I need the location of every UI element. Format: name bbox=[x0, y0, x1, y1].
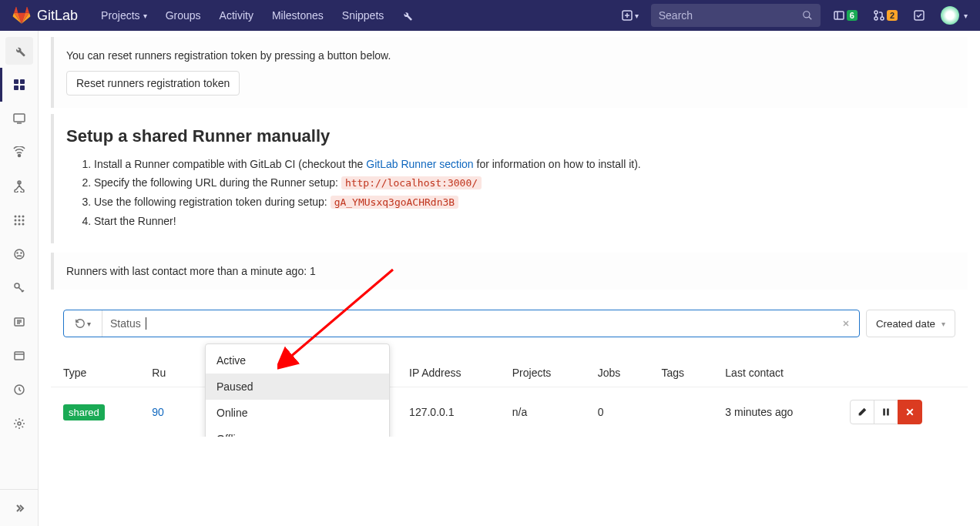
runners-table: Type Ru rsion IP Address Projects Jobs T… bbox=[51, 359, 968, 437]
filter-token-status: Status bbox=[110, 317, 141, 330]
col-last-contact: Last contact bbox=[713, 359, 837, 387]
runner-row: shared 90 .5.0 127.0.0.1 n/a 0 3 minutes… bbox=[51, 387, 968, 437]
remove-runner-button[interactable] bbox=[898, 400, 922, 424]
svg-point-21 bbox=[18, 219, 20, 222]
pause-runner-button[interactable] bbox=[874, 400, 898, 424]
svg-point-26 bbox=[15, 250, 24, 259]
search-icon bbox=[802, 10, 813, 21]
filter-history-button[interactable]: ▾ bbox=[64, 310, 102, 337]
svg-rect-10 bbox=[20, 79, 25, 84]
svg-rect-12 bbox=[20, 85, 25, 90]
sidebar-spam[interactable] bbox=[0, 373, 38, 407]
setup-runner-section: Setup a shared Runner manually Install a… bbox=[51, 114, 968, 243]
dropdown-option-active[interactable]: Active bbox=[206, 347, 389, 374]
svg-point-22 bbox=[22, 219, 24, 222]
text-cursor bbox=[146, 317, 146, 330]
reset-token-section: You can reset runners registration token… bbox=[51, 37, 968, 108]
top-navbar: GitLab Projects▾ Groups Activity Milesto… bbox=[0, 0, 980, 31]
registration-token-code: gA_YMUsxq3goACHRdn3B bbox=[331, 196, 459, 209]
col-ip: IP Address bbox=[397, 359, 500, 387]
svg-point-7 bbox=[881, 17, 884, 20]
runner-ip: 127.0.0.1 bbox=[397, 387, 500, 437]
svg-point-20 bbox=[14, 219, 16, 222]
svg-point-23 bbox=[14, 223, 16, 226]
sidebar-applications[interactable] bbox=[0, 203, 38, 237]
svg-rect-11 bbox=[14, 85, 18, 90]
nav-snippets[interactable]: Snippets bbox=[334, 2, 391, 29]
reset-token-button[interactable]: Reset runners registration token bbox=[66, 71, 240, 95]
svg-point-19 bbox=[22, 216, 24, 218]
svg-rect-34 bbox=[15, 352, 24, 360]
svg-point-18 bbox=[18, 216, 20, 218]
setup-step-1: Install a Runner compatible with GitLab … bbox=[94, 156, 955, 173]
sidebar-appearance[interactable] bbox=[0, 339, 38, 373]
setup-step-2: Specify the following URL during the Run… bbox=[94, 174, 955, 192]
runner-type-badge: shared bbox=[63, 404, 105, 420]
svg-line-2 bbox=[809, 17, 812, 20]
runner-projects: n/a bbox=[500, 387, 586, 437]
svg-point-17 bbox=[14, 216, 16, 218]
sidebar-overview[interactable] bbox=[0, 68, 38, 102]
filter-bar[interactable]: ▾ Status bbox=[63, 310, 860, 337]
stale-runners-banner: Runners with last contact more than a mi… bbox=[51, 253, 968, 290]
svg-point-28 bbox=[21, 253, 22, 253]
filter-input-area[interactable]: Status bbox=[102, 310, 833, 337]
svg-rect-37 bbox=[883, 409, 885, 416]
gitlab-logo bbox=[12, 6, 31, 25]
issues-count-badge: 6 bbox=[847, 10, 858, 21]
filter-clear-button[interactable] bbox=[833, 310, 859, 337]
setup-step-4: Start the Runner! bbox=[94, 213, 955, 229]
sidebar-labels[interactable] bbox=[0, 305, 38, 339]
dropdown-option-paused[interactable]: Paused bbox=[206, 374, 389, 400]
new-dropdown[interactable]: ▾ bbox=[615, 5, 645, 26]
dropdown-option-offline[interactable]: Offline bbox=[206, 426, 389, 437]
brand-name: GitLab bbox=[37, 8, 78, 24]
svg-rect-38 bbox=[887, 409, 889, 416]
reset-token-text: You can reset runners registration token… bbox=[66, 49, 955, 62]
runner-tags bbox=[649, 387, 713, 437]
col-tags: Tags bbox=[649, 359, 713, 387]
sidebar-deploy-keys[interactable] bbox=[0, 271, 38, 305]
global-search[interactable] bbox=[651, 4, 821, 27]
admin-wrench-icon[interactable] bbox=[391, 9, 422, 22]
mr-shortcut[interactable]: 2 bbox=[867, 5, 904, 26]
issues-shortcut[interactable]: 6 bbox=[827, 5, 864, 26]
nav-activity[interactable]: Activity bbox=[212, 2, 261, 29]
runner-actions bbox=[850, 400, 955, 424]
user-menu-chevron[interactable]: ▾ bbox=[964, 12, 968, 20]
nav-projects[interactable]: Projects▾ bbox=[93, 2, 155, 29]
sidebar-messages[interactable] bbox=[0, 136, 38, 169]
svg-point-5 bbox=[874, 11, 878, 14]
svg-rect-9 bbox=[14, 79, 18, 84]
nav-groups[interactable]: Groups bbox=[158, 2, 209, 29]
svg-rect-3 bbox=[834, 12, 844, 19]
runner-token-link[interactable]: 90 bbox=[152, 406, 164, 418]
runner-last-contact: 3 minutes ago bbox=[713, 387, 837, 437]
mr-count-badge: 2 bbox=[887, 10, 898, 21]
edit-runner-button[interactable] bbox=[850, 400, 874, 424]
user-avatar[interactable] bbox=[941, 6, 959, 25]
admin-sidebar bbox=[0, 31, 39, 437]
runner-section-link[interactable]: GitLab Runner section bbox=[366, 158, 473, 170]
setup-step-3: Use the following registration token dur… bbox=[94, 193, 955, 211]
runner-url-code: http://localhost:3000/ bbox=[341, 176, 482, 189]
todos-shortcut[interactable] bbox=[907, 5, 931, 26]
setup-title: Setup a shared Runner manually bbox=[66, 126, 955, 146]
sidebar-monitoring[interactable] bbox=[0, 102, 38, 136]
sort-dropdown[interactable]: Created date ▾ bbox=[866, 310, 955, 337]
chevron-down-icon: ▾ bbox=[87, 320, 91, 328]
chevron-down-icon: ▾ bbox=[941, 320, 945, 328]
svg-rect-13 bbox=[14, 114, 25, 122]
svg-point-1 bbox=[804, 12, 810, 18]
sidebar-context-icon[interactable] bbox=[0, 34, 38, 68]
dropdown-option-online[interactable]: Online bbox=[206, 400, 389, 426]
sidebar-settings[interactable] bbox=[0, 407, 38, 437]
sidebar-abuse[interactable] bbox=[0, 237, 38, 271]
chevron-down-icon: ▾ bbox=[143, 12, 147, 20]
primary-nav: Projects▾ Groups Activity Milestones Sni… bbox=[93, 2, 391, 29]
svg-point-24 bbox=[18, 223, 20, 226]
sidebar-hooks[interactable] bbox=[0, 169, 38, 203]
col-jobs: Jobs bbox=[586, 359, 649, 387]
nav-milestones[interactable]: Milestones bbox=[264, 2, 331, 29]
search-input[interactable] bbox=[659, 9, 802, 22]
